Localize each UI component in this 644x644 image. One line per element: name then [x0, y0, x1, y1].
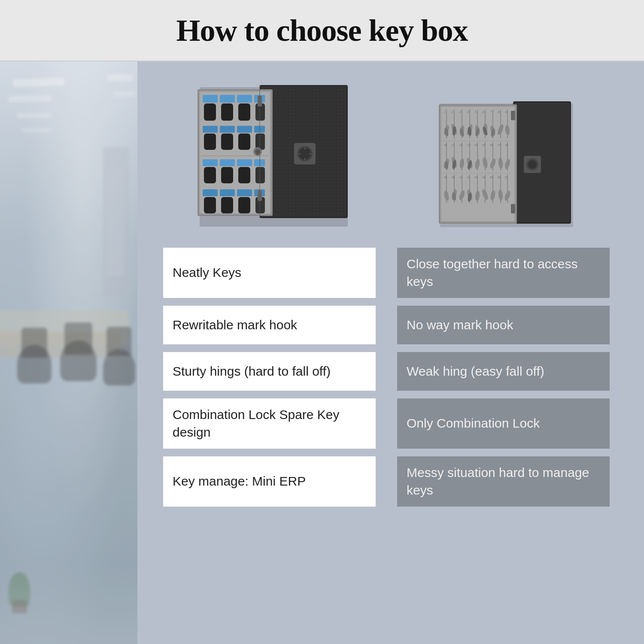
svg-rect-41 — [221, 197, 233, 213]
svg-rect-42 — [238, 197, 250, 213]
svg-rect-33 — [221, 167, 233, 183]
svg-rect-12 — [220, 95, 235, 103]
svg-rect-28 — [203, 159, 218, 166]
svg-point-48 — [299, 148, 311, 160]
svg-text:4: 4 — [467, 110, 469, 114]
svg-text:12: 12 — [459, 143, 463, 147]
svg-rect-17 — [238, 103, 250, 121]
basic-key-box-image: 1 2 3 4 5 6 7 8 9 — [438, 100, 575, 231]
svg-rect-34 — [238, 167, 250, 183]
svg-text:3: 3 — [459, 110, 461, 114]
svg-rect-162 — [511, 111, 515, 120]
svg-text:22: 22 — [467, 176, 471, 179]
svg-text:17: 17 — [498, 143, 501, 147]
good-key-box-svg — [197, 83, 352, 229]
feature-right-4: Only Combination Lock — [397, 398, 610, 449]
svg-point-63 — [528, 160, 537, 169]
svg-text:8: 8 — [498, 110, 500, 114]
feature-right-2: No way mark hook — [397, 306, 610, 344]
svg-rect-55 — [256, 152, 259, 155]
svg-rect-29 — [220, 159, 235, 166]
svg-rect-13 — [237, 95, 252, 103]
svg-text:27: 27 — [505, 176, 508, 179]
feature-left-2: Rewritable mark hook — [163, 306, 376, 344]
svg-text:18: 18 — [505, 143, 508, 147]
svg-rect-21 — [237, 126, 252, 133]
svg-rect-15 — [204, 103, 216, 121]
svg-text:23: 23 — [474, 176, 478, 179]
svg-rect-19 — [203, 126, 218, 133]
svg-rect-24 — [221, 134, 233, 150]
svg-text:13: 13 — [467, 143, 471, 147]
svg-text:19: 19 — [444, 176, 447, 179]
svg-text:7: 7 — [490, 110, 492, 114]
svg-rect-40 — [204, 197, 216, 213]
svg-text:24: 24 — [482, 176, 486, 179]
svg-rect-30 — [237, 159, 252, 166]
svg-text:11: 11 — [452, 143, 455, 147]
svg-text:21: 21 — [459, 176, 463, 179]
product-images-row: 1 2 3 4 5 6 7 8 9 — [155, 79, 618, 235]
svg-rect-163 — [511, 204, 515, 213]
page-header: How to choose key box — [0, 0, 644, 61]
svg-rect-20 — [220, 126, 235, 133]
office-simulation — [0, 61, 137, 644]
blur-overlay — [0, 61, 137, 644]
svg-text:15: 15 — [482, 143, 486, 147]
svg-text:2: 2 — [452, 110, 453, 114]
good-key-box-image — [197, 83, 352, 231]
comparison-grid: Neatly Keys Close together hard to acces… — [155, 248, 618, 507]
main-content: 1 2 3 4 5 6 7 8 9 — [0, 61, 644, 644]
office-background-photo — [0, 61, 137, 644]
svg-rect-32 — [204, 167, 216, 183]
right-content-area: 1 2 3 4 5 6 7 8 9 — [137, 61, 644, 644]
page-title: How to choose key box — [0, 13, 644, 49]
svg-text:1: 1 — [444, 110, 446, 114]
svg-text:25: 25 — [490, 176, 493, 179]
svg-rect-25 — [238, 134, 250, 150]
svg-rect-36 — [203, 189, 218, 196]
svg-rect-38 — [237, 189, 252, 196]
feature-left-5: Key manage: Mini ERP — [163, 456, 376, 507]
svg-rect-60 — [514, 103, 570, 222]
feature-left-3: Sturty hings (hard to fall off) — [163, 352, 376, 391]
feature-right-3: Weak hing (easy fall off) — [397, 352, 610, 391]
svg-text:5: 5 — [475, 110, 477, 114]
svg-text:9: 9 — [505, 110, 507, 114]
svg-text:14: 14 — [474, 143, 478, 147]
svg-text:20: 20 — [452, 176, 455, 179]
svg-rect-23 — [204, 134, 216, 150]
feature-right-1: Close together hard to access keys — [397, 248, 610, 298]
svg-rect-35 — [255, 167, 265, 183]
svg-text:26: 26 — [498, 176, 501, 179]
svg-text:6: 6 — [483, 110, 484, 114]
feature-left-1: Neatly Keys — [163, 248, 376, 298]
svg-text:16: 16 — [490, 143, 493, 147]
svg-rect-11 — [203, 95, 218, 103]
feature-left-4: Combination Lock Spare Key design — [163, 398, 376, 449]
svg-rect-37 — [220, 189, 235, 196]
feature-right-5: Messy situation hard to manage keys — [397, 456, 610, 507]
svg-text:10: 10 — [444, 143, 447, 147]
svg-rect-16 — [221, 103, 233, 121]
basic-key-box-svg: 1 2 3 4 5 6 7 8 9 — [438, 100, 575, 229]
